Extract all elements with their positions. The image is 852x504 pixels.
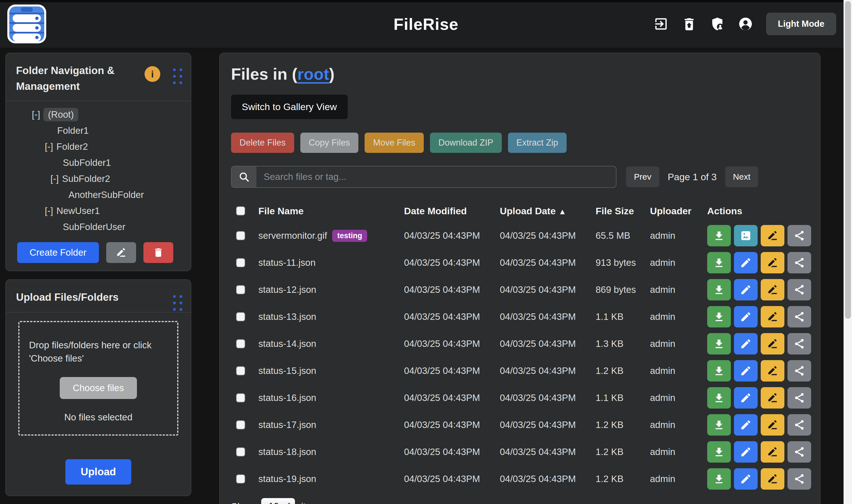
download-button[interactable] bbox=[707, 252, 731, 273]
search-input[interactable] bbox=[256, 166, 616, 187]
column-header-file-name[interactable]: File Name bbox=[258, 205, 404, 217]
share-file-button[interactable] bbox=[787, 468, 811, 490]
tree-collapse-toggle[interactable]: [-] bbox=[50, 174, 58, 184]
folder-label[interactable]: Folder1 bbox=[57, 125, 89, 136]
file-name[interactable]: status-14.json bbox=[258, 339, 316, 349]
folder-label[interactable]: SubFolder2 bbox=[62, 174, 110, 184]
toolbar-download-zip-button[interactable]: Download ZIP bbox=[430, 132, 502, 153]
rename-file-button[interactable] bbox=[761, 387, 784, 409]
folder-tree-item[interactable]: SubFolderUser bbox=[16, 219, 180, 235]
share-file-button[interactable] bbox=[787, 414, 811, 436]
share-file-button[interactable] bbox=[787, 225, 811, 246]
light-mode-button[interactable]: Light Mode bbox=[766, 13, 836, 35]
share-file-button[interactable] bbox=[787, 306, 811, 327]
edit-file-button[interactable] bbox=[734, 333, 758, 355]
edit-file-button[interactable] bbox=[734, 360, 758, 381]
share-file-button[interactable] bbox=[787, 279, 811, 301]
next-page-button[interactable]: Next bbox=[725, 166, 759, 187]
info-icon[interactable]: i bbox=[144, 66, 160, 82]
row-checkbox[interactable] bbox=[236, 258, 245, 267]
download-button[interactable] bbox=[707, 279, 731, 301]
folder-tree-item[interactable]: SubFolder1 bbox=[16, 155, 180, 170]
edit-file-button[interactable] bbox=[734, 306, 758, 327]
admin-settings-button[interactable] bbox=[710, 16, 725, 32]
rename-file-button[interactable] bbox=[761, 225, 784, 246]
edit-file-button[interactable] bbox=[734, 441, 758, 463]
file-name[interactable]: status-12.json bbox=[258, 284, 316, 295]
rename-file-button[interactable] bbox=[761, 306, 784, 327]
share-file-button[interactable] bbox=[787, 360, 811, 381]
scrollbar-thumb[interactable] bbox=[845, 1, 851, 319]
create-folder-button[interactable]: Create Folder bbox=[17, 242, 99, 263]
file-name[interactable]: servermonitor.gif bbox=[258, 230, 327, 241]
folder-label[interactable]: NewUser1 bbox=[56, 205, 100, 216]
row-checkbox[interactable] bbox=[236, 474, 245, 483]
items-per-page-select[interactable]: 10 bbox=[261, 498, 295, 504]
logout-button[interactable] bbox=[654, 16, 668, 32]
choose-files-button[interactable]: Choose files bbox=[60, 377, 137, 399]
column-header-uploader[interactable]: Uploader bbox=[650, 205, 707, 217]
select-all-checkbox[interactable] bbox=[236, 206, 245, 215]
edit-file-button[interactable] bbox=[734, 252, 758, 273]
restore-trash-button[interactable] bbox=[681, 16, 697, 32]
edit-file-button[interactable] bbox=[734, 279, 758, 301]
edit-file-button[interactable] bbox=[734, 468, 758, 490]
folder-tree-item[interactable]: [-]Folder2 bbox=[16, 139, 180, 155]
share-file-button[interactable] bbox=[787, 252, 811, 273]
delete-folder-button[interactable] bbox=[143, 242, 173, 263]
row-checkbox[interactable] bbox=[236, 420, 245, 429]
row-checkbox[interactable] bbox=[236, 339, 245, 348]
upload-dropzone[interactable]: Drop files/folders here or click 'Choose… bbox=[18, 321, 178, 436]
rename-file-button[interactable] bbox=[761, 414, 784, 436]
file-name[interactable]: status-16.json bbox=[258, 393, 316, 403]
folder-tree-item[interactable]: [-]NewUser1 bbox=[16, 203, 180, 219]
file-name[interactable]: status-13.json bbox=[258, 311, 316, 322]
rename-file-button[interactable] bbox=[761, 279, 784, 301]
root-folder-link[interactable]: root bbox=[297, 65, 329, 83]
toolbar-delete-files-button[interactable]: Delete Files bbox=[231, 132, 294, 153]
preview-image-button[interactable] bbox=[734, 225, 758, 246]
edit-file-button[interactable] bbox=[734, 414, 758, 436]
column-header-file-size[interactable]: File Size bbox=[596, 205, 650, 217]
row-checkbox[interactable] bbox=[236, 312, 245, 321]
share-file-button[interactable] bbox=[787, 333, 811, 355]
share-file-button[interactable] bbox=[787, 441, 811, 463]
download-button[interactable] bbox=[707, 306, 731, 327]
tree-collapse-toggle[interactable]: [-] bbox=[45, 141, 53, 152]
rename-folder-button[interactable] bbox=[106, 242, 136, 263]
download-button[interactable] bbox=[707, 333, 731, 355]
rename-file-button[interactable] bbox=[761, 360, 784, 381]
download-button[interactable] bbox=[707, 360, 731, 381]
folder-tree-item[interactable]: [-](Root) bbox=[16, 106, 180, 123]
folder-label[interactable]: AnotherSubFolder bbox=[68, 190, 144, 200]
row-checkbox[interactable] bbox=[236, 231, 245, 240]
vertical-scrollbar[interactable] bbox=[844, 0, 852, 504]
tree-collapse-toggle[interactable]: [-] bbox=[32, 109, 40, 120]
row-checkbox[interactable] bbox=[236, 366, 245, 375]
rename-file-button[interactable] bbox=[761, 333, 784, 355]
folder-tree-item[interactable]: Folder1 bbox=[16, 123, 180, 139]
file-name[interactable]: status-19.json bbox=[258, 473, 316, 484]
row-checkbox[interactable] bbox=[236, 285, 245, 294]
folder-tree-item[interactable]: [-]SubFolder2 bbox=[16, 170, 180, 187]
drag-handle-icon[interactable] bbox=[173, 295, 182, 311]
folder-label[interactable]: (Root) bbox=[44, 108, 78, 121]
file-name[interactable]: status-17.json bbox=[258, 419, 316, 430]
download-button[interactable] bbox=[707, 387, 731, 409]
switch-gallery-view-button[interactable]: Switch to Gallery View bbox=[231, 95, 348, 119]
file-name[interactable]: status-11.json bbox=[258, 257, 316, 268]
app-logo[interactable] bbox=[7, 4, 46, 43]
toolbar-extract-zip-button[interactable]: Extract Zip bbox=[508, 132, 567, 153]
folder-label[interactable]: SubFolder1 bbox=[63, 157, 111, 168]
folder-tree-item[interactable]: AnotherSubFolder bbox=[16, 187, 180, 203]
toolbar-copy-files-button[interactable]: Copy Files bbox=[300, 132, 359, 153]
column-header-upload-date[interactable]: Upload Date▲ bbox=[500, 205, 596, 217]
file-name[interactable]: status-15.json bbox=[258, 365, 316, 376]
rename-file-button[interactable] bbox=[761, 441, 784, 463]
share-file-button[interactable] bbox=[787, 387, 811, 409]
row-checkbox[interactable] bbox=[236, 447, 245, 456]
download-button[interactable] bbox=[707, 468, 731, 490]
folder-label[interactable]: SubFolderUser bbox=[63, 221, 125, 232]
drag-handle-icon[interactable] bbox=[173, 68, 182, 84]
column-header-date-modified[interactable]: Date Modified bbox=[404, 205, 500, 217]
